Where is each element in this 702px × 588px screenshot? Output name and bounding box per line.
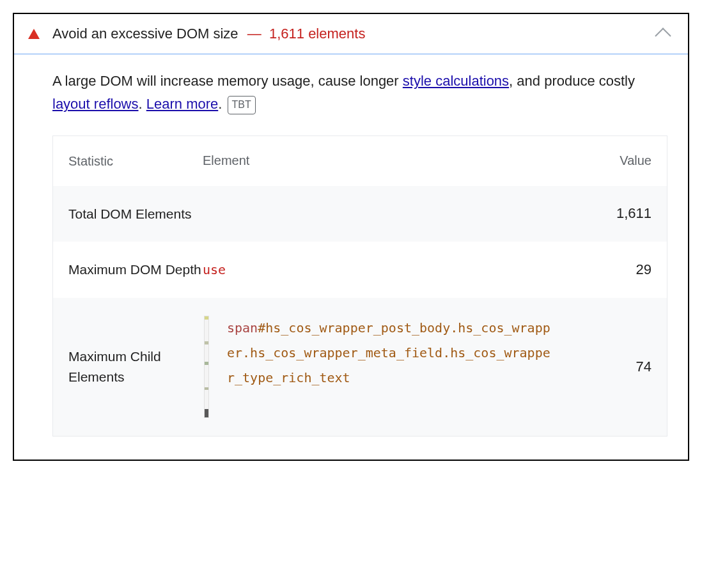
stat-element: use bbox=[203, 262, 594, 277]
stat-label: Total DOM Elements bbox=[68, 204, 203, 224]
chevron-up-icon bbox=[655, 27, 671, 43]
warning-triangle-icon bbox=[28, 29, 40, 39]
col-header-element: Element bbox=[203, 153, 594, 168]
col-header-statistic: Statistic bbox=[68, 151, 203, 171]
audit-header[interactable]: Avoid an excessive DOM size — 1,611 elem… bbox=[14, 14, 688, 54]
element-tag-code: use bbox=[203, 262, 226, 277]
table-row: Maximum DOM Depth use 29 bbox=[53, 242, 667, 298]
stat-label: Maximum DOM Depth bbox=[68, 259, 203, 280]
stat-value: 29 bbox=[594, 261, 651, 278]
audit-metric: — 1,611 elements bbox=[244, 26, 366, 42]
tbt-badge: TBT bbox=[228, 96, 256, 114]
audit-title: Avoid an excessive DOM size bbox=[52, 26, 238, 42]
learn-more-link[interactable]: Learn more bbox=[146, 96, 219, 112]
style-calculations-link[interactable]: style calculations bbox=[403, 73, 509, 89]
dom-stats-table: Statistic Element Value Total DOM Elemen… bbox=[52, 135, 667, 437]
stat-value: 74 bbox=[594, 359, 651, 375]
stat-element: span#hs_cos_wrapper_post_body.hs_cos_wra… bbox=[203, 316, 594, 418]
table-row: Maximum Child Elements span#hs_cos_wrapp… bbox=[53, 298, 667, 436]
element-selector-code: span#hs_cos_wrapper_post_body.hs_cos_wra… bbox=[227, 316, 553, 391]
audit-description: A large DOM will increase memory usage, … bbox=[52, 70, 667, 116]
table-row: Total DOM Elements 1,611 bbox=[53, 186, 667, 242]
table-header-row: Statistic Element Value bbox=[53, 136, 667, 186]
stat-value: 1,611 bbox=[594, 205, 651, 222]
audit-panel: Avoid an excessive DOM size — 1,611 elem… bbox=[13, 13, 689, 461]
layout-reflows-link[interactable]: layout reflows bbox=[52, 96, 139, 112]
stat-label: Maximum Child Elements bbox=[68, 346, 203, 387]
element-thumbnail bbox=[204, 316, 209, 418]
col-header-value: Value bbox=[594, 153, 651, 168]
audit-body: A large DOM will increase memory usage, … bbox=[14, 54, 688, 460]
